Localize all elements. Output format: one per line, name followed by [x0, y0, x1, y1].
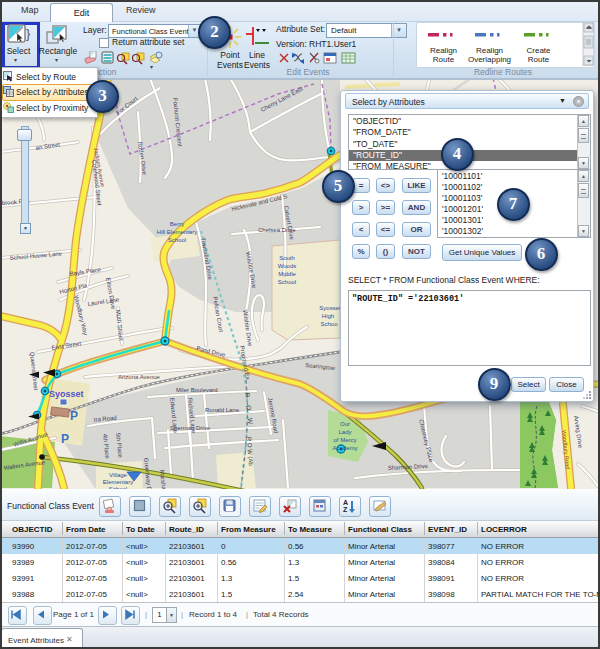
- svg-text:Berry: Berry: [170, 221, 184, 227]
- svg-text:of Mercy: of Mercy: [333, 437, 356, 443]
- svg-text:High: High: [322, 313, 334, 319]
- svg-text:P: P: [61, 432, 69, 446]
- svg-text:Middle: Middle: [278, 271, 296, 277]
- svg-text:Elementary: Elementary: [103, 479, 133, 485]
- svg-text:Chelsea Drive: Chelsea Drive: [258, 227, 296, 233]
- svg-text:Lady: Lady: [338, 429, 351, 435]
- svg-text:Village: Village: [109, 472, 128, 478]
- svg-text:}: }: [26, 26, 31, 41]
- svg-text:South: South: [279, 255, 295, 261]
- svg-text:Schoo: Schoo: [320, 321, 338, 327]
- svg-text:Syosset: Syosset: [49, 389, 84, 399]
- svg-text:Academy: Academy: [332, 445, 357, 451]
- svg-text:P: P: [70, 409, 78, 423]
- svg-text:Our: Our: [340, 421, 350, 427]
- svg-text:A: A: [343, 499, 348, 506]
- svg-text:Ronald Lane: Ronald Lane: [205, 407, 240, 413]
- svg-text:Woods: Woods: [278, 263, 297, 269]
- svg-text:School: School: [278, 279, 296, 285]
- svg-text:Miler Boulevard: Miler Boulevard: [176, 387, 218, 393]
- svg-text:Sherman Drive: Sherman Drive: [170, 425, 211, 431]
- svg-text:School: School: [168, 237, 186, 243]
- svg-text:Syosset: Syosset: [319, 305, 341, 311]
- svg-text:Z: Z: [343, 506, 348, 513]
- svg-text:Hill Elementary: Hill Elementary: [157, 229, 197, 235]
- svg-text:Arizona Avenue: Arizona Avenue: [118, 374, 161, 380]
